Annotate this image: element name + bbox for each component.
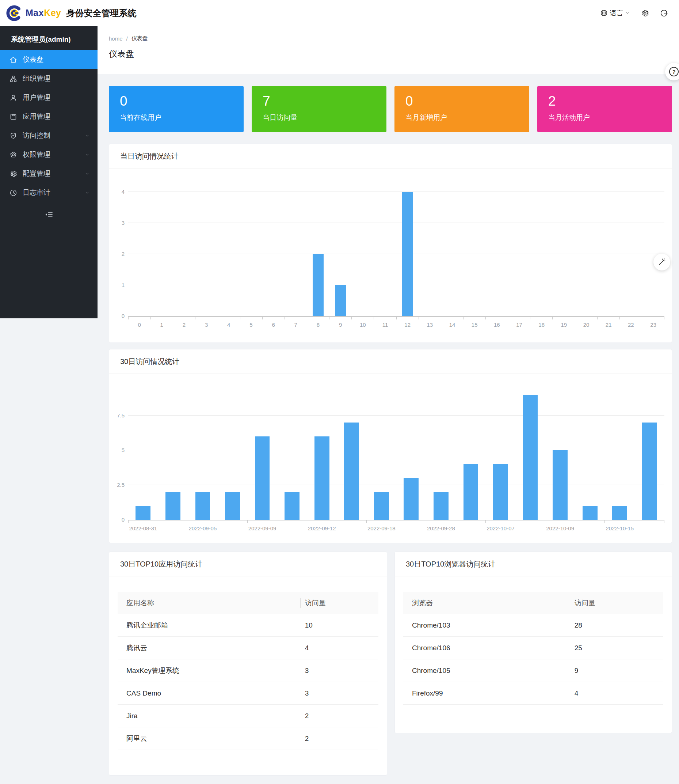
sidebar-item-org[interactable]: 组织管理	[0, 69, 97, 88]
stat-card: 0当前在线用户	[109, 86, 244, 132]
sidebar-item-audit[interactable]: 日志审计	[0, 183, 97, 202]
x-axis-label: 10	[352, 321, 374, 328]
x-axis-label	[337, 525, 367, 532]
x-axis-tick	[486, 521, 515, 523]
permission-icon	[9, 151, 17, 158]
sidebar-item-apps[interactable]: 应用管理	[0, 107, 97, 126]
chart-bar-slot	[218, 382, 248, 520]
language-menu[interactable]: 语言	[600, 9, 630, 17]
chart-bar-slot	[188, 382, 218, 520]
panel-title: 30日TOP10浏览器访问统计	[395, 552, 672, 576]
x-axis-label: 3	[196, 321, 218, 328]
stat-value: 2	[548, 94, 672, 108]
chart-plot: 02.557.5	[128, 382, 664, 521]
cell-value: 9	[570, 667, 663, 675]
panel-30day-visits: 30日访问情况统计 02.557.52022-08-312022-09-0520…	[109, 349, 672, 543]
user-icon	[9, 94, 17, 102]
x-axis-label: 13	[419, 321, 441, 328]
shield-check-icon	[9, 132, 17, 140]
chart-bar-slot	[158, 382, 188, 520]
chart-bar-slot	[456, 382, 486, 520]
x-axis-tick	[598, 317, 620, 320]
x-axis-label: 2022-10-15	[605, 525, 635, 532]
sidebar-item-label: 应用管理	[23, 112, 50, 121]
chart-bar-slot	[575, 382, 605, 520]
chart-bar	[344, 423, 359, 520]
x-axis-labels: 01234567891011121314151617181920212223	[128, 320, 664, 328]
sidebar-item-label: 组织管理	[23, 74, 50, 83]
chart-bar	[552, 450, 568, 520]
x-axis-tick	[196, 317, 218, 320]
x-axis-label	[158, 525, 188, 532]
chart-bar-slot	[128, 193, 150, 316]
x-axis-label	[515, 525, 545, 532]
chart-bar-slot	[128, 382, 158, 520]
chart-bar-slot	[598, 193, 620, 316]
language-label: 语言	[610, 9, 623, 17]
chart-bar	[374, 492, 389, 520]
chart-bar-slot	[196, 193, 218, 316]
x-axis-label: 4	[218, 321, 240, 328]
x-axis-label: 8	[307, 321, 329, 328]
breadcrumb-home-link[interactable]: home	[109, 36, 123, 42]
chart-bar-slot	[396, 193, 419, 316]
stat-label: 当前在线用户	[120, 113, 244, 122]
monthly-visits-chart: 02.557.52022-08-312022-09-052022-09-0920…	[109, 374, 672, 532]
x-axis-tick	[263, 317, 285, 320]
x-axis-label	[635, 525, 665, 532]
brand-logo: MaxKey 身份安全管理系统	[6, 5, 137, 22]
cell-name: Chrome/103	[403, 621, 570, 629]
chart-bar-slot	[441, 193, 463, 316]
x-axis-label: 2022-08-31	[128, 525, 158, 532]
sidebar-menu: 仪表盘组织管理用户管理应用管理访问控制权限管理配置管理日志审计	[0, 50, 97, 202]
table-row: Jira2	[117, 705, 379, 728]
x-axis-tick	[329, 317, 352, 320]
sidebar-item-access[interactable]: 访问控制	[0, 126, 97, 145]
cell-name: Jira	[117, 712, 300, 720]
panel-daily-visits: 当日访问情况统计 0123401234567891011121314151617…	[109, 144, 672, 343]
x-axis-label: 2022-09-12	[307, 525, 337, 532]
x-axis-tick	[426, 521, 456, 523]
sidebar-item-dashboard[interactable]: 仪表盘	[0, 50, 97, 69]
cell-name: 腾讯云	[117, 643, 300, 653]
chart-bar-slot	[426, 382, 456, 520]
x-axis-label: 23	[642, 321, 664, 328]
chart-bar-slot	[419, 193, 441, 316]
magic-wand-icon	[658, 258, 666, 266]
logout-button[interactable]	[660, 9, 668, 17]
x-axis-label	[456, 525, 486, 532]
chart-bar-slot	[486, 193, 508, 316]
sidebar-item-permissions[interactable]: 权限管理	[0, 145, 97, 164]
x-axis-label	[575, 525, 605, 532]
top10-apps-table: 应用名称访问量腾讯企业邮箱10腾讯云4MaxKey管理系统3CAS Demo3J…	[117, 592, 379, 750]
x-axis-label: 2	[173, 321, 195, 328]
magic-wand-button[interactable]	[654, 254, 670, 270]
sidebar-item-users[interactable]: 用户管理	[0, 88, 97, 107]
x-axis-label: 21	[598, 321, 620, 328]
sidebar-collapse-button[interactable]	[0, 206, 97, 223]
x-axis-label: 20	[575, 321, 597, 328]
breadcrumb: home / 仪表盘	[109, 35, 679, 42]
chart-bar	[612, 506, 627, 520]
x-axis-tick	[352, 317, 374, 320]
sidebar-item-config[interactable]: 配置管理	[0, 164, 97, 183]
x-axis-label: 9	[329, 321, 352, 328]
sidebar-item-label: 配置管理	[23, 169, 50, 178]
stat-label: 当月活动用户	[548, 113, 672, 122]
y-axis-label: 0	[110, 516, 125, 523]
chevron-down-icon	[85, 171, 89, 176]
x-axis-label: 2022-09-09	[247, 525, 277, 532]
x-axis-labels: 2022-08-312022-09-052022-09-092022-09-12…	[128, 523, 664, 532]
chart-bar	[493, 464, 508, 520]
top-bar: MaxKey 身份安全管理系统 语言	[0, 0, 679, 26]
stat-card: 2当月活动用户	[537, 86, 672, 132]
content: 0当前在线用户7当日访问量0当月新增用户2当月活动用户 当日访问情况统计 012…	[97, 74, 679, 784]
settings-button[interactable]	[641, 9, 649, 17]
chart-bar-slot	[285, 193, 307, 316]
chart-bar	[136, 506, 150, 520]
table-row: 阿里云2	[117, 728, 379, 750]
chart-bar	[402, 192, 413, 316]
panel-title: 30日访问情况统计	[109, 350, 672, 374]
x-axis-tick	[508, 317, 530, 320]
x-axis-tick	[128, 521, 158, 523]
